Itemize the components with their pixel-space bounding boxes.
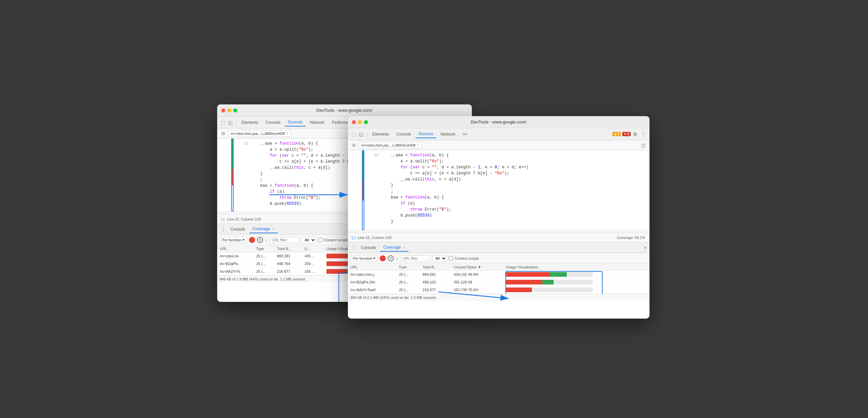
dropdown-arrow: ▾ <box>243 238 245 242</box>
right-file-tab-bar: ⊟ m=cdos,hsm,jsa,...c,dtl0hd,eHDfl × ◫ <box>348 140 650 150</box>
right-panel-tab-bar: ⋮ Console Coverage × × <box>348 242 650 253</box>
minimize-button[interactable] <box>227 108 231 112</box>
clear-button[interactable]: ⊘ <box>257 237 263 243</box>
right-file-tab-close[interactable]: × <box>417 143 419 147</box>
file-tab-close[interactable]: × <box>286 132 288 135</box>
right-sidebar-toggle[interactable]: ⊟ <box>350 142 357 149</box>
right-horizontal-scrollbar[interactable] <box>348 230 650 233</box>
window-controls <box>221 108 237 112</box>
left-title-bar: DevTools - www.google.com/ <box>217 104 472 116</box>
right-devtools-window: DevTools - www.google.com/ ⬚ ◱ Elements … <box>348 116 650 319</box>
right-table-row-1[interactable]: /m=cdos,hsm,j JS (... 869,281 434,192 49… <box>348 271 650 278</box>
tab-network[interactable]: Network <box>307 119 328 126</box>
left-coverage-tab[interactable]: Coverage × <box>249 225 278 233</box>
right-record-button[interactable] <box>380 255 386 262</box>
right-code-line-7: ; <box>368 188 647 195</box>
right-bottom-panel: ⋮ Console Coverage × × Per function ▾ ⊘ … <box>348 242 650 301</box>
right-more-icon[interactable]: ⋮ <box>640 131 647 138</box>
right-col-unused: Unused Bytes ▼ <box>451 264 503 271</box>
right-row1-viz <box>503 271 649 278</box>
right-collapse-panel-icon[interactable]: ◫ <box>640 142 647 149</box>
col-type: Type <box>253 245 275 252</box>
toolbar-separator-1 <box>236 120 236 125</box>
row2-url: /m=B2qlPe, <box>217 260 253 268</box>
right-row3-total: 216,877 <box>420 286 451 294</box>
right-code-line-4: c += a[e] + (e < b.length ? b[e] : "%s")… <box>368 170 647 176</box>
row1-url: /m=cdos,hs <box>217 252 253 260</box>
right-tab-elements[interactable]: Elements <box>369 131 393 138</box>
tab-sources[interactable]: Sources <box>284 118 306 127</box>
right-inspect-icon[interactable]: ◱ <box>358 131 365 138</box>
right-minimize-button[interactable] <box>358 120 362 124</box>
right-file-tab[interactable]: m=cdos,hsm,jsa,...c,dtl0hd,eHDfl × <box>359 142 422 149</box>
right-row2-unused: 291,129 58 <box>451 278 503 286</box>
left-console-tab[interactable]: Console <box>227 225 249 233</box>
right-code-editor: 22 _.aaa = function(a, b) { a = a.split(… <box>348 150 650 230</box>
right-code-line-10: throw Error("B"); <box>368 207 647 212</box>
inspect-icon[interactable]: ◱ <box>227 119 234 126</box>
content-scripts-label: Content scripts <box>318 238 348 242</box>
right-all-dropdown[interactable]: All <box>432 255 447 262</box>
right-gear-icon[interactable]: ⚙ <box>632 131 639 138</box>
right-per-function-dropdown[interactable]: Per function ▾ <box>350 255 378 262</box>
right-clear-button[interactable]: ⊘ <box>388 255 394 262</box>
download-button[interactable]: ↓ <box>265 237 268 243</box>
right-col-type: Type <box>396 264 420 271</box>
right-table-row-2[interactable]: /m=B2qlPe,Dhl JS (... 499,102 291,129 58 <box>348 278 650 286</box>
right-content-scripts-checkbox[interactable] <box>449 256 453 260</box>
right-status-bar: { } Line 22, Column 130 Coverage: 50.1% <box>348 233 650 242</box>
close-button[interactable] <box>221 108 225 112</box>
right-row2-total: 499,102 <box>420 278 451 286</box>
coverage-tab-close[interactable]: × <box>273 227 275 231</box>
right-panel-close-btn[interactable]: × <box>644 245 647 250</box>
cursor-icon[interactable]: ⬚ <box>220 119 226 126</box>
url-filter-input[interactable] <box>270 237 300 243</box>
right-panel-menu-icon[interactable]: ⋮ <box>350 244 357 251</box>
right-cursor-icon[interactable]: ⬚ <box>350 131 357 138</box>
right-maximize-button[interactable] <box>364 120 368 124</box>
right-row1-type: JS (... <box>396 271 420 278</box>
right-code-line-12: } <box>368 218 647 224</box>
row3-url: /rs=AA2YrTs <box>217 268 253 275</box>
right-col-url: URL <box>348 264 397 271</box>
right-row3-viz <box>503 286 649 294</box>
left-file-tab[interactable]: m=cdos,hsm,jsa,...c,dtl0hd,eHDfl × <box>228 130 291 137</box>
right-close-button[interactable] <box>352 120 356 124</box>
row3-unused: 155 ... <box>302 268 324 275</box>
right-row3-type: JS (... <box>396 286 420 294</box>
right-coverage-gutter <box>362 150 364 230</box>
warning-badge: ▲ 5 <box>612 132 621 136</box>
right-url-filter-input[interactable] <box>400 255 430 262</box>
right-coverage-table-container: URL Type Total B... Unused Bytes ▼ Usage… <box>348 264 650 294</box>
per-function-dropdown[interactable]: Per function ▾ <box>220 237 247 243</box>
right-table-row-3[interactable]: /rs=AA2YrTsw5 JS (... 216,877 152,739 70… <box>348 286 650 294</box>
content-scripts-checkbox[interactable] <box>318 238 322 242</box>
record-button[interactable] <box>249 237 255 243</box>
right-tab-network[interactable]: Network <box>437 131 459 138</box>
right-tab-more[interactable]: >> <box>460 131 471 138</box>
tab-console[interactable]: Console <box>262 119 284 126</box>
all-dropdown[interactable]: All <box>302 237 316 243</box>
gutter-red <box>231 169 233 185</box>
right-title-bar: DevTools - www.google.com/ <box>348 116 650 128</box>
tab-elements[interactable]: Elements <box>238 119 262 126</box>
row3-type: JS (... <box>253 268 275 275</box>
sidebar-toggle[interactable]: ⊟ <box>220 130 226 137</box>
right-row1-unused: 434,192 49.9% <box>451 271 503 278</box>
right-code-line-6: } <box>368 182 647 188</box>
right-coverage-tab[interactable]: Coverage × <box>380 244 409 252</box>
right-tab-console[interactable]: Console <box>393 131 414 138</box>
coverage-gutter <box>231 139 234 211</box>
left-file-tab-label: m=cdos,hsm,jsa,...c,dtl0hd,eHDfl <box>231 132 285 136</box>
right-coverage-tab-close[interactable]: × <box>403 245 405 249</box>
right-per-function-label: Per function <box>353 256 373 260</box>
right-download-button[interactable]: ↓ <box>396 256 398 261</box>
panel-menu-icon[interactable]: ⋮ <box>220 226 226 233</box>
col-total: Total B... <box>274 245 302 252</box>
right-gutter-green <box>362 150 364 180</box>
row2-total: 498 764 <box>274 260 302 268</box>
right-tab-sources[interactable]: Sources <box>415 130 437 138</box>
maximize-button[interactable] <box>233 108 237 112</box>
row2-unused: 293 ... <box>302 260 324 268</box>
right-console-tab[interactable]: Console <box>358 244 379 251</box>
